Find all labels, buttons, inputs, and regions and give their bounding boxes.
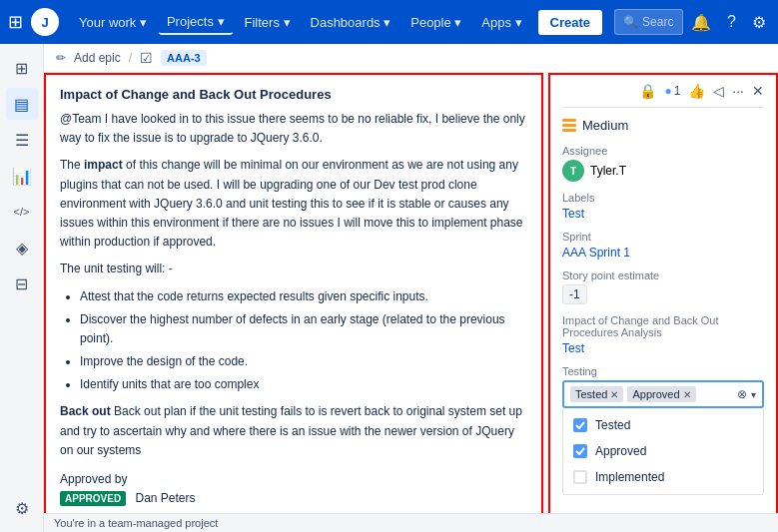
main-content: ✏ Add epic / ☑ AAA-3 Impact of Change an…: [44, 44, 778, 532]
testing-tag-tested: Tested ✕: [570, 386, 623, 402]
share-icon[interactable]: ◁: [713, 83, 724, 99]
bullet-item-2: Discover the highest number of defects i…: [80, 310, 527, 348]
status-bar: You're in a team-managed project: [44, 513, 778, 532]
nav-your-work[interactable]: Your work ▾: [71, 11, 155, 34]
search-icon: 🔍: [623, 15, 638, 29]
labels-field: Labels Test: [562, 192, 764, 221]
back-out-para: Back out Back out plan if the unit testi…: [60, 402, 527, 460]
sidebar-components-icon[interactable]: ⊟: [6, 267, 38, 299]
option-implemented[interactable]: Implemented: [563, 464, 763, 490]
sidebar-reports-icon[interactable]: 📊: [6, 160, 38, 192]
nav-action-icons: 🔔 ? ⚙: [687, 9, 770, 36]
ticket-icon: ☑: [140, 50, 153, 66]
option-approved-checkbox[interactable]: [573, 444, 587, 458]
lock-icon[interactable]: 🔒: [639, 83, 656, 99]
search-input[interactable]: [642, 15, 674, 29]
grid-icon[interactable]: ⊞: [8, 11, 23, 33]
testing-chevron-icon[interactable]: ▾: [751, 389, 756, 400]
notifications-icon[interactable]: 🔔: [687, 9, 715, 36]
sidebar: ⊞ ▤ ☰ 📊 </> ◈ ⊟ ⚙: [0, 44, 44, 532]
jira-initial: J: [41, 15, 48, 30]
create-button[interactable]: Create: [538, 10, 602, 35]
top-navigation: ⊞ J Your work ▾ Projects ▾ Filters ▾ Das…: [0, 0, 778, 44]
nav-projects[interactable]: Projects ▾: [159, 10, 233, 35]
option-tested[interactable]: Tested: [563, 412, 763, 438]
testing-label: Testing: [562, 365, 764, 377]
assignee-field: Assignee T Tyler.T: [562, 145, 764, 182]
assignee-avatar: T: [562, 160, 584, 182]
testing-clear-icon[interactable]: ⊗: [737, 387, 747, 401]
sprint-field: Sprint AAA Sprint 1: [562, 231, 764, 260]
assignee-value: T Tyler.T: [562, 160, 764, 182]
sprint-label: Sprint: [562, 231, 764, 243]
nav-people[interactable]: People ▾: [402, 11, 469, 34]
option-approved-label: Approved: [595, 444, 646, 458]
labels-value[interactable]: Test: [562, 207, 764, 221]
impact-field: Impact of Change and Back Out Procedures…: [562, 314, 764, 355]
nav-dashboards[interactable]: Dashboards ▾: [303, 11, 399, 34]
sidebar-backlog-icon[interactable]: ☰: [6, 124, 38, 156]
sidebar-board-icon[interactable]: ▤: [6, 88, 38, 120]
assignee-name: Tyler.T: [590, 164, 626, 178]
issue-para-3: The unit testing will: -: [60, 260, 527, 278]
option-implemented-label: Implemented: [595, 470, 664, 484]
impact-value[interactable]: Test: [562, 341, 764, 355]
story-point-field: Story point estimate -1: [562, 269, 764, 304]
watch-count: 1: [674, 84, 681, 98]
option-implemented-checkbox[interactable]: [573, 470, 587, 484]
approved-badge: APPROVED: [60, 491, 126, 506]
right-panel: 🔒 ● 1 👍 ◁ ··· ✕ Medium: [548, 73, 778, 532]
story-point-value[interactable]: -1: [562, 284, 587, 304]
thumbsup-icon[interactable]: 👍: [688, 83, 705, 99]
issue-title: Impact of Change and Back Out Procedures: [60, 87, 527, 102]
testing-dropdown[interactable]: Tested ✕ Approved ✕ ⊗ ▾: [562, 380, 764, 408]
option-approved[interactable]: Approved: [563, 438, 763, 464]
issue-body: @Team I have looked in to this issue the…: [60, 110, 527, 508]
issue-bullet-list: Attest that the code returns expected re…: [80, 287, 527, 395]
impact-label: Impact of Change and Back Out Procedures…: [562, 314, 764, 338]
checkmark-icon: [575, 421, 585, 429]
breadcrumb-separator: /: [129, 51, 132, 65]
tag-tested-label: Tested: [575, 388, 607, 400]
sidebar-settings-icon[interactable]: ⚙: [6, 492, 38, 524]
right-panel-header: 🔒 ● 1 👍 ◁ ··· ✕: [562, 75, 764, 108]
help-icon[interactable]: ?: [723, 9, 740, 35]
priority-value: Medium: [582, 118, 628, 133]
bullet-item-4: Identify units that are too complex: [80, 375, 527, 394]
option-tested-label: Tested: [595, 418, 630, 432]
panels-container: Impact of Change and Back Out Procedures…: [44, 73, 778, 532]
more-options-icon[interactable]: ···: [732, 83, 744, 99]
approved-name: Dan Peters: [135, 491, 195, 505]
sidebar-home-icon[interactable]: ⊞: [6, 52, 38, 84]
status-bar-text: You're in a team-managed project: [54, 517, 218, 529]
eye-icon: ●: [664, 84, 671, 98]
nav-apps[interactable]: Apps ▾: [473, 11, 529, 34]
edit-icon[interactable]: ✏: [56, 51, 66, 65]
tag-approved-label: Approved: [632, 388, 679, 400]
checkmark-icon: [575, 447, 585, 455]
sidebar-code-icon[interactable]: </>: [6, 196, 38, 228]
close-icon[interactable]: ✕: [752, 83, 764, 99]
sidebar-releases-icon[interactable]: ◈: [6, 232, 38, 264]
approved-by-section: Approved by APPROVED Dan Peters: [60, 470, 527, 508]
nav-filters[interactable]: Filters ▾: [237, 11, 299, 34]
watch-control[interactable]: ● 1: [664, 84, 680, 98]
sprint-value[interactable]: AAA Sprint 1: [562, 246, 764, 260]
tag-tested-remove[interactable]: ✕: [610, 389, 618, 400]
option-tested-checkbox[interactable]: [573, 418, 587, 432]
add-epic-label: Add epic: [74, 51, 121, 65]
search-bar[interactable]: 🔍: [614, 9, 683, 35]
ticket-id[interactable]: AAA-3: [161, 50, 207, 66]
bullet-item-1: Attest that the code returns expected re…: [80, 287, 527, 306]
approved-by-label: Approved by: [60, 472, 127, 486]
issue-para-1: @Team I have looked in to this issue the…: [60, 110, 527, 148]
labels-label: Labels: [562, 192, 764, 204]
jira-logo: J: [31, 8, 59, 36]
issue-para-2: The impact of this change will be minima…: [60, 156, 527, 252]
assignee-label: Assignee: [562, 145, 764, 157]
testing-dropdown-options: Tested Approved Implemented: [562, 408, 764, 495]
testing-field-group: Testing Tested ✕ Approved ✕ ⊗ ▾: [562, 365, 764, 495]
settings-icon[interactable]: ⚙: [748, 9, 770, 36]
tag-approved-remove[interactable]: ✕: [683, 389, 691, 400]
story-point-label: Story point estimate: [562, 269, 764, 281]
